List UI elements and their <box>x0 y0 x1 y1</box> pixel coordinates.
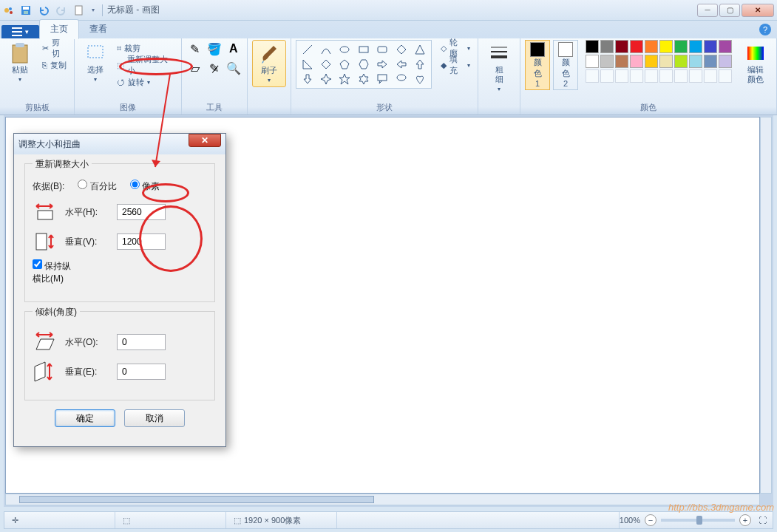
palette-cell[interactable] <box>645 40 658 53</box>
palette-cell[interactable] <box>586 40 599 53</box>
edit-colors-button[interactable]: 编辑颜色 <box>739 40 772 86</box>
shape-rtriangle[interactable] <box>298 57 316 72</box>
qat-customize-button[interactable]: ▾ <box>89 2 98 18</box>
resize-button[interactable]: ⬚重新调整大小 <box>114 57 177 73</box>
palette-cell[interactable] <box>615 40 628 53</box>
palette-cell[interactable] <box>615 55 628 68</box>
palette-cell[interactable] <box>719 55 732 68</box>
skew-v-input[interactable] <box>117 364 166 380</box>
thickness-button[interactable]: 粗 细 ▾ <box>483 40 515 95</box>
horizontal-scrollbar[interactable] <box>5 494 760 505</box>
palette-cell[interactable] <box>704 40 717 53</box>
qat-save-button[interactable] <box>18 2 34 18</box>
dialog-titlebar[interactable]: 调整大小和扭曲 ✕ <box>14 134 225 154</box>
palette-cell[interactable] <box>645 55 658 68</box>
palette-cell[interactable] <box>659 40 673 53</box>
aspect-checkbox[interactable]: 保持纵横比(M) <box>33 259 75 285</box>
shape-hexagon[interactable] <box>354 57 373 72</box>
vertical-scrollbar[interactable] <box>760 117 772 494</box>
tab-home[interactable]: 主页 <box>39 19 79 39</box>
shape-arrow-l[interactable] <box>392 57 410 72</box>
minimize-button[interactable]: ─ <box>697 4 718 17</box>
palette-cell[interactable] <box>659 69 673 83</box>
palette-cell[interactable] <box>586 55 599 68</box>
pencil-tool[interactable]: ✎ <box>186 40 204 58</box>
palette-cell[interactable] <box>600 69 614 83</box>
palette-cell[interactable] <box>689 55 702 68</box>
vertical-input[interactable] <box>117 233 166 250</box>
svg-marker-17 <box>397 45 406 54</box>
horizontal-input[interactable] <box>117 204 166 220</box>
palette-cell[interactable] <box>586 69 599 83</box>
shape-heart[interactable] <box>410 72 429 86</box>
shape-rect[interactable] <box>354 42 373 57</box>
shape-arrow-r[interactable] <box>373 57 391 72</box>
zoom-slider[interactable] <box>661 519 735 522</box>
radio-percent[interactable]: 百分比 <box>78 180 116 193</box>
color2-button[interactable]: 颜 色 2 <box>553 40 578 90</box>
copy-button[interactable]: ⎘复制 <box>39 57 69 73</box>
palette-cell[interactable] <box>719 40 732 53</box>
picker-tool[interactable]: ✎̷ <box>206 59 223 77</box>
shape-roundrect[interactable] <box>373 42 391 57</box>
shape-arrow-u[interactable] <box>410 57 429 72</box>
palette-cell[interactable] <box>689 40 702 53</box>
zoom-out-button[interactable]: − <box>645 514 656 526</box>
maximize-button[interactable]: ▢ <box>719 4 740 17</box>
shape-star5[interactable] <box>336 72 354 86</box>
dialog-close-button[interactable]: ✕ <box>189 134 221 147</box>
rotate-button[interactable]: ⭯旋转▾ <box>114 74 177 90</box>
shape-pentagon[interactable] <box>336 57 354 72</box>
palette-cell[interactable] <box>704 55 717 68</box>
shape-curve[interactable] <box>316 42 335 57</box>
shape-star4[interactable] <box>316 72 335 86</box>
palette-cell[interactable] <box>704 69 717 83</box>
fill-button[interactable]: ◆填充▾ <box>438 57 473 73</box>
zoom-tool[interactable]: 🔍 <box>225 59 242 77</box>
tab-view[interactable]: 查看 <box>79 20 118 38</box>
fill-tool[interactable]: 🪣 <box>206 40 223 58</box>
cancel-button[interactable]: 取消 <box>124 409 185 427</box>
close-button[interactable]: ✕ <box>742 4 774 17</box>
paste-button[interactable]: 粘贴 ▾ <box>4 40 36 86</box>
cut-button[interactable]: ✂剪切 <box>39 40 69 56</box>
palette-cell[interactable] <box>615 69 628 83</box>
palette-cell[interactable] <box>600 55 614 68</box>
palette-cell[interactable] <box>600 40 614 53</box>
shape-line[interactable] <box>298 42 316 57</box>
text-tool[interactable]: A <box>225 40 242 58</box>
qat-new-button[interactable] <box>71 2 87 18</box>
palette-cell[interactable] <box>630 55 643 68</box>
shape-polygon[interactable] <box>392 42 410 57</box>
palette-cell[interactable] <box>719 69 732 83</box>
fullscreen-icon[interactable]: ⛶ <box>759 516 767 525</box>
shape-triangle[interactable] <box>410 42 429 57</box>
file-tab[interactable]: ▾ <box>1 25 39 38</box>
select-button[interactable]: 选择 ▾ <box>79 40 111 86</box>
shape-oval[interactable] <box>336 42 354 57</box>
palette-cell[interactable] <box>689 69 702 83</box>
qat-redo-button[interactable] <box>53 2 69 18</box>
palette-cell[interactable] <box>674 69 688 83</box>
zoom-in-button[interactable]: + <box>739 514 751 526</box>
qat-undo-button[interactable] <box>35 2 52 18</box>
skew-h-input[interactable] <box>117 334 166 350</box>
palette-cell[interactable] <box>630 40 643 53</box>
palette-cell[interactable] <box>674 55 688 68</box>
shape-diamond[interactable] <box>316 57 335 72</box>
palette-cell[interactable] <box>630 69 643 83</box>
shape-star6[interactable] <box>354 72 373 86</box>
palette-cell[interactable] <box>674 40 688 53</box>
color1-button[interactable]: 颜 色 1 <box>525 40 550 90</box>
shape-callout[interactable] <box>373 72 391 86</box>
shapes-gallery[interactable] <box>296 40 432 89</box>
eraser-tool[interactable]: ▱ <box>186 59 204 77</box>
palette-cell[interactable] <box>659 55 673 68</box>
shape-callout2[interactable] <box>392 72 410 86</box>
palette-cell[interactable] <box>645 69 658 83</box>
brushes-button[interactable]: 刷子 ▾ <box>252 40 286 87</box>
ok-button[interactable]: 确定 <box>55 409 115 427</box>
radio-pixels[interactable]: 像素 <box>130 180 160 193</box>
help-button[interactable]: ? <box>759 24 771 35</box>
shape-arrow-d[interactable] <box>298 72 316 86</box>
